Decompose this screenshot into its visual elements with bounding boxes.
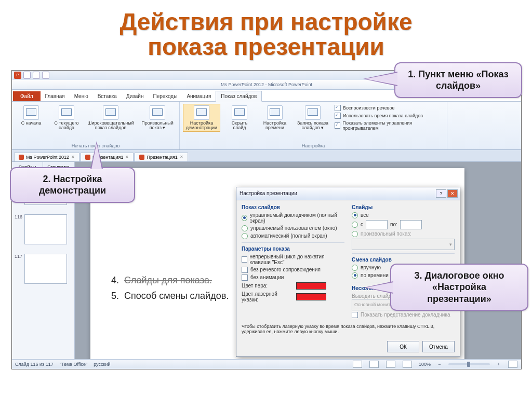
qat-undo-icon[interactable]: [33, 72, 40, 79]
input-to[interactable]: [400, 220, 422, 229]
section-show-type: Показ слайдов: [242, 204, 344, 210]
from-current-icon: [59, 105, 74, 120]
view-reading-button[interactable]: [386, 361, 395, 368]
radio-speaker[interactable]: управляемый докладчиком (полный экран): [242, 212, 344, 224]
radio-kiosk[interactable]: автоматический (полный экран): [242, 233, 344, 239]
chk-show-media-controls[interactable]: Показать элементы управления проигрывате…: [335, 120, 444, 131]
rehearse-icon: [267, 105, 283, 120]
thumb-number: 117: [14, 254, 22, 284]
callout-1: 1. Пункт меню «Показ слайдов»: [394, 62, 522, 98]
close-icon[interactable]: ✕: [180, 155, 183, 159]
combo-custom-show: ▾: [352, 239, 455, 250]
chk-loop[interactable]: непрерывный цикл до нажатия клавиши "Esc…: [242, 254, 344, 265]
slide-thumbnail[interactable]: [24, 214, 67, 244]
section-advance: Смена слайдов: [352, 257, 455, 263]
thumb-number: 116: [14, 214, 22, 244]
hide-slide-icon: [232, 105, 247, 120]
doctab-1[interactable]: Ms PowerPoint 2012✕: [14, 153, 79, 161]
tab-animations[interactable]: Анимация: [182, 91, 216, 101]
doctab-2[interactable]: Презентация1✕: [81, 153, 134, 161]
record-icon: [305, 105, 321, 120]
setup-slideshow-icon: [194, 105, 209, 120]
doc-icon: [19, 155, 24, 160]
page-title: Действия при настройке показа презентаци…: [0, 0, 532, 66]
tab-slideshow[interactable]: Показ слайдов: [216, 91, 262, 102]
radio-from-to[interactable]: спо:: [352, 220, 455, 229]
doctab-3[interactable]: Презентация1✕: [135, 153, 188, 161]
btn-broadcast[interactable]: Широковещательный показ слайдов: [86, 104, 136, 132]
radio-all-slides[interactable]: все: [352, 212, 455, 218]
chk-use-timings[interactable]: Использовать время показа слайдов: [335, 113, 444, 119]
view-slideshow-button[interactable]: [403, 361, 412, 368]
status-language[interactable]: русский: [94, 362, 110, 367]
zoom-percent[interactable]: 100%: [419, 362, 431, 367]
view-normal-button[interactable]: [353, 361, 362, 368]
section-show-options: Параметры показа: [242, 246, 344, 252]
radio-custom-show: произвольный показ:: [352, 231, 455, 237]
callout-3: 3. Диалоговое окно «Настройка презентаци…: [390, 264, 528, 311]
btn-hide-slide[interactable]: Скрыть слайд: [223, 104, 256, 132]
dialog-help-button[interactable]: ?: [436, 189, 446, 198]
tab-insert[interactable]: Вставка: [93, 91, 122, 101]
section-slides: Слайды: [352, 204, 455, 210]
cancel-button[interactable]: Отмена: [422, 341, 455, 352]
laser-color-picker[interactable]: [296, 293, 326, 300]
btn-rehearse-timings[interactable]: Настройка времени: [259, 104, 291, 132]
doc-icon: [139, 155, 144, 160]
btn-from-current[interactable]: С текущего слайда: [50, 104, 83, 132]
ribbon-group-setup-label: Настройка: [183, 143, 444, 148]
callout-2: 2. Настройка демонстрации: [10, 167, 135, 203]
dialog-close-button[interactable]: ✕: [447, 189, 458, 198]
slide-list-item: Способ смены слайдов.: [124, 291, 229, 301]
chk-no-narration[interactable]: без речевого сопровождения: [242, 267, 344, 273]
ribbon-body: С начала С текущего слайда Широковещател…: [12, 102, 521, 150]
slide-thumbnail[interactable]: [24, 254, 67, 284]
status-theme: "Тема Office": [60, 362, 87, 367]
label-pen-color: Цвет пера:: [242, 283, 294, 289]
slide-canvas: тации следует щее: 4. Слайды для показа.…: [75, 162, 521, 362]
zoom-out-button[interactable]: −: [437, 362, 442, 367]
view-sorter-button[interactable]: [369, 361, 379, 368]
custom-show-icon: [150, 105, 165, 120]
ribbon-group-setup: Настройка демонстрации Скрыть слайд Наст…: [180, 102, 447, 149]
dialog-footnote: Чтобы отобразить лазерную указку во врем…: [236, 323, 460, 338]
from-beginning-icon: [23, 105, 39, 120]
tab-menu[interactable]: Меню: [70, 91, 93, 101]
qat-save-icon[interactable]: [23, 72, 31, 79]
status-bar: Слайд 116 из 117 "Тема Office" русский 1…: [12, 359, 521, 369]
zoom-in-button[interactable]: +: [496, 362, 501, 367]
tab-home[interactable]: Главная: [41, 91, 70, 101]
ok-button[interactable]: ОК: [387, 341, 419, 352]
doc-icon: [85, 155, 90, 160]
dialog-title: Настройка презентации: [240, 190, 297, 196]
tab-design[interactable]: Дизайн: [122, 91, 149, 101]
screenshot-frame: P Ms PowerPoint 2012 - Microsoft PowerPo…: [11, 70, 522, 369]
qat-redo-icon[interactable]: [42, 72, 49, 79]
slide-list-item: Слайды для показа.: [124, 275, 212, 285]
tab-file[interactable]: Файл: [13, 91, 41, 101]
tab-transitions[interactable]: Переходы: [148, 91, 182, 101]
fit-to-window-button[interactable]: [508, 361, 517, 368]
btn-record-slideshow[interactable]: Запись показа слайдов ▾: [294, 104, 331, 132]
label-laser-color: Цвет лазерной указки:: [242, 291, 294, 303]
broadcast-icon: [103, 105, 118, 120]
document-tabs: Ms PowerPoint 2012✕ Презентация1✕ Презен…: [12, 150, 521, 162]
chk-no-animation[interactable]: без анимации: [242, 275, 344, 281]
dialog-titlebar: Настройка презентации ? ✕: [236, 187, 460, 200]
status-slide-count: Слайд 116 из 117: [15, 362, 54, 367]
window-title: Ms PowerPoint 2012 - Microsoft PowerPoin…: [221, 82, 312, 87]
close-icon[interactable]: ✕: [71, 155, 75, 159]
close-icon[interactable]: ✕: [125, 155, 129, 159]
btn-custom-show[interactable]: Произвольный показ ▾: [139, 104, 176, 132]
pen-color-picker[interactable]: [296, 282, 326, 290]
zoom-slider[interactable]: [448, 363, 490, 365]
radio-individual[interactable]: управляемый пользователем (окно): [242, 225, 344, 231]
chk-play-narrations[interactable]: Воспроизвести речевое: [335, 105, 444, 111]
input-from[interactable]: [366, 220, 388, 229]
chk-presenter-view: Показать представление докладчика: [352, 312, 455, 318]
btn-setup-slideshow[interactable]: Настройка демонстрации: [183, 104, 220, 132]
app-badge-icon: P: [14, 72, 21, 79]
btn-from-beginning[interactable]: С начала: [15, 104, 47, 132]
